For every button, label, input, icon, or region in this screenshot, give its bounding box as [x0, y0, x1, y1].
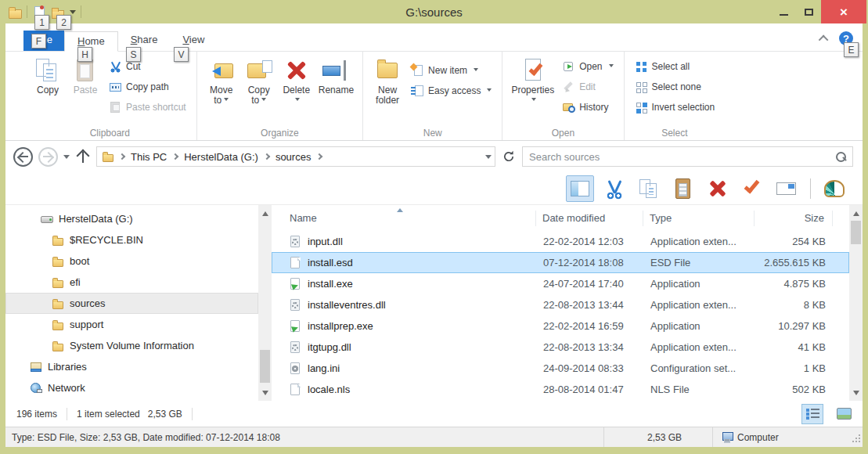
tree-item-icon: [52, 276, 65, 289]
email-button[interactable]: [773, 175, 801, 202]
ribbon-button[interactable]: New folder: [369, 54, 406, 106]
column-header-size[interactable]: Size: [755, 211, 833, 226]
ribbon-button[interactable]: Easy access: [406, 81, 496, 101]
ribbon-button-label: Delete: [283, 85, 310, 95]
ribbon-button[interactable]: Select none: [630, 77, 720, 97]
tree-item-icon: [52, 340, 65, 352]
ribbon-button-label: Copy path: [126, 81, 169, 92]
close-button[interactable]: ×: [821, 0, 866, 23]
file-row[interactable]: install.exe 24-07-2014 17:40 Application…: [272, 273, 849, 294]
ribbon-button[interactable]: Rename: [315, 54, 357, 106]
breadcrumb-segment[interactable]: HerstelData (G:): [182, 150, 260, 164]
ribbon-button-label: Select none: [652, 81, 701, 92]
tree-item[interactable]: HerstelData (G:): [5, 208, 258, 229]
tree-item[interactable]: $RECYCLE.BIN: [5, 229, 258, 250]
tree-item[interactable]: Network: [5, 377, 258, 398]
breadcrumb-segment[interactable]: This PC: [129, 150, 168, 164]
properties-button[interactable]: [738, 175, 766, 202]
ribbon-button[interactable]: New item: [406, 60, 496, 81]
toggle-navigation-pane-button[interactable]: [566, 175, 594, 202]
ribbon-button[interactable]: Invert selection: [630, 97, 720, 117]
file-name: installeventres.dll: [308, 299, 386, 311]
delete-button[interactable]: [704, 175, 732, 202]
tree-item-icon: [52, 319, 65, 331]
scroll-up-arrow[interactable]: [849, 205, 863, 218]
ribbon-button[interactable]: Copy: [29, 54, 67, 106]
ribbon-button[interactable]: Properties: [508, 54, 557, 106]
location-label: Computer: [737, 432, 779, 443]
up-button[interactable]: [75, 148, 91, 165]
ribbon-button-icon: [562, 101, 575, 114]
details-view-button[interactable]: [801, 404, 823, 424]
ribbon-button[interactable]: Move to: [203, 54, 240, 106]
file-row[interactable]: install.esd 07-12-2014 18:08 ESD File 2.…: [272, 252, 849, 273]
ribbon-button[interactable]: Select all: [630, 56, 720, 77]
ribbon-group-new: New folder New item: [363, 52, 502, 140]
file-row[interactable]: installeventres.dll 22-08-2013 13:44 App…: [272, 294, 849, 315]
tree-item-label: Network: [48, 382, 85, 394]
minimize-ribbon-icon[interactable]: [819, 34, 829, 45]
dropdown-caret: [474, 68, 478, 74]
tree-item[interactable]: efi: [5, 272, 258, 293]
cut-button[interactable]: [600, 175, 628, 202]
address-dropdown-caret[interactable]: [485, 155, 492, 162]
paste-button[interactable]: [669, 175, 697, 202]
ribbon-button-label2: folder: [376, 95, 399, 106]
ribbon-button[interactable]: Copy to: [240, 54, 278, 106]
clipboard-big-buttons: Copy Paste: [29, 54, 104, 106]
search-icon[interactable]: [835, 151, 846, 162]
breadcrumb-chevron-icon[interactable]: [264, 153, 270, 160]
sidebar-scrollbar[interactable]: [258, 205, 272, 401]
thumbnails-view-button[interactable]: [833, 404, 855, 424]
scroll-down-arrow[interactable]: [849, 387, 863, 401]
search-input[interactable]: [529, 151, 835, 163]
maximize-button[interactable]: [796, 0, 821, 23]
tree-item[interactable]: support: [5, 314, 258, 335]
forward-button[interactable]: [38, 147, 58, 167]
file-list-scrollbar[interactable]: [849, 205, 863, 401]
new-small-buttons: New item Easy access: [406, 54, 496, 101]
file-row[interactable]: lang.ini 24-09-2014 08:33 Configuration …: [272, 358, 849, 379]
column-header-type[interactable]: Type: [643, 211, 755, 226]
tree-item[interactable]: System Volume Information: [5, 335, 258, 356]
copy-button[interactable]: [635, 175, 663, 202]
back-button[interactable]: [13, 147, 33, 167]
navigation-pane: HerstelData (G:) $RECYCLE.BIN boot: [5, 205, 272, 401]
breadcrumb-segment[interactable]: sources: [274, 150, 313, 164]
tree-item[interactable]: boot: [5, 250, 258, 272]
tree-item[interactable]: Libraries: [5, 356, 258, 377]
ribbon-button[interactable]: Paste shortcut: [104, 97, 191, 117]
breadcrumb-chevron-icon[interactable]: [316, 153, 322, 160]
file-row[interactable]: input.dll 22-02-2014 12:03 Application e…: [272, 231, 849, 252]
breadcrumb-chevron-icon[interactable]: [119, 153, 125, 160]
keytip-share: S: [126, 47, 141, 62]
column-header-name[interactable]: Name: [272, 211, 536, 226]
resize-grip[interactable]: [850, 432, 861, 443]
ribbon-button-label: Paste: [74, 85, 98, 95]
ribbon-button[interactable]: Copy path: [104, 77, 191, 97]
sidebar-scrollbar-thumb[interactable]: [260, 350, 270, 383]
ribbon-button[interactable]: Delete: [278, 54, 315, 106]
classic-shell-settings-button[interactable]: [820, 175, 848, 202]
column-header-date-modified[interactable]: Date modified: [536, 211, 643, 226]
scroll-down-arrow[interactable]: [258, 387, 272, 401]
file-row[interactable]: itgtupg.dll 22-08-2013 13:34 Application…: [272, 337, 849, 358]
file-list-scrollbar-thumb[interactable]: [851, 221, 861, 244]
email-icon: [775, 178, 798, 200]
search-box[interactable]: [522, 146, 853, 167]
ribbon-button[interactable]: Edit: [557, 77, 618, 97]
refresh-button[interactable]: [501, 149, 517, 164]
breadcrumb-chevron-icon[interactable]: [172, 153, 178, 160]
location-folder-icon: [102, 150, 115, 163]
ribbon-button[interactable]: History: [557, 97, 618, 117]
scroll-up-arrow[interactable]: [258, 205, 272, 218]
ribbon-button[interactable]: Open: [557, 56, 618, 77]
address-breadcrumb[interactable]: This PC HerstelData (G:) sources: [96, 146, 495, 167]
file-row[interactable]: locale.nls 28-08-2014 01:47 NLS File 502…: [272, 379, 849, 400]
file-row[interactable]: installprep.exe 22-02-2014 16:59 Applica…: [272, 315, 849, 337]
recent-locations-caret[interactable]: [63, 155, 70, 162]
minimize-button[interactable]: [771, 0, 796, 23]
tree-item[interactable]: sources: [5, 293, 258, 314]
file-type: Application exten...: [644, 236, 755, 247]
file-size: 2.655.615 KB: [755, 257, 834, 268]
